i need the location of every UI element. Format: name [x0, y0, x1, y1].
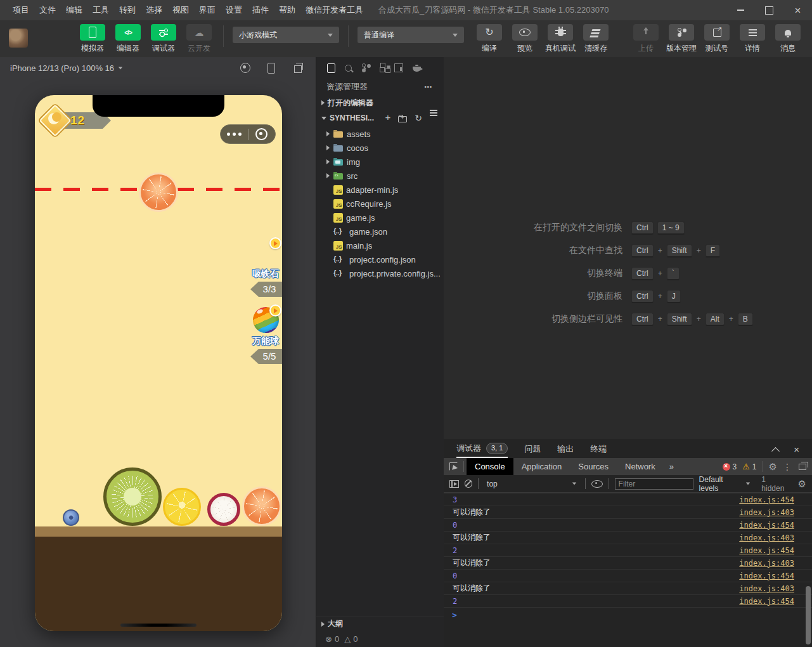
source-link[interactable]: index.js:454	[739, 572, 803, 580]
debugger-tab[interactable]: 调试器 3, 1	[456, 440, 508, 458]
toolbar-action-button[interactable]: 真机调试	[545, 24, 576, 54]
tree-item[interactable]: cocos	[316, 141, 444, 155]
debugger-tab[interactable]: 问题	[524, 440, 541, 458]
toolbar-view-button[interactable]: 模拟器	[77, 24, 108, 54]
toolbar-action-button[interactable]: 清缓存	[581, 24, 611, 54]
devtools-tab[interactable]: Sources	[570, 458, 617, 475]
kebab-menu-icon[interactable]: ⋮	[783, 462, 792, 472]
minimize-button[interactable]	[726, 0, 755, 20]
tree-item[interactable]: JS adapter-min.js	[316, 183, 444, 197]
debugger-tab[interactable]: 输出	[557, 440, 574, 458]
tree-item[interactable]: src	[316, 169, 444, 183]
menu-item[interactable]: 编辑	[61, 4, 87, 16]
console-prompt[interactable]: >	[444, 608, 812, 622]
files-icon[interactable]	[327, 63, 335, 73]
tree-item[interactable]: {..} game.json	[316, 225, 444, 239]
menu-item[interactable]: 插件	[247, 4, 274, 16]
menu-item[interactable]: 界面	[194, 4, 221, 16]
source-link[interactable]: index.js:403	[739, 533, 803, 542]
refresh-icon[interactable]: ↻	[415, 114, 422, 122]
toolbar-action-button[interactable]: 版本管理	[666, 24, 697, 54]
menu-item[interactable]: 转到	[114, 4, 141, 16]
tree-item[interactable]: JS ccRequire.js	[316, 197, 444, 211]
npm-icon[interactable]	[394, 63, 403, 72]
source-link[interactable]: index.js:454	[739, 495, 803, 504]
menu-item[interactable]: 帮助	[274, 4, 300, 16]
debugger-tab[interactable]: 终端	[590, 440, 607, 458]
console-settings-icon[interactable]: ⚙	[798, 479, 806, 488]
toolbar-view-button[interactable]: ☁ 云开发	[184, 24, 214, 54]
toolbar-action-button[interactable]: 上传	[631, 24, 661, 54]
tree-item[interactable]: img	[316, 155, 444, 169]
toolbar-action-button[interactable]: 测试号	[702, 24, 732, 54]
source-link[interactable]: index.js:454	[739, 546, 803, 555]
device-frame-icon[interactable]	[267, 63, 275, 74]
device-selector[interactable]: iPhone 12/13 (Pro) 100% 16	[10, 63, 114, 73]
dock-side-icon[interactable]	[799, 464, 806, 470]
source-control-icon[interactable]	[361, 63, 370, 72]
source-link[interactable]: index.js:403	[739, 584, 803, 593]
tree-item[interactable]: JS game.js	[316, 211, 444, 225]
more-tabs-icon[interactable]: »	[664, 462, 680, 471]
toolbar-view-button[interactable]: 调试器	[148, 24, 179, 54]
toolbar-view-button[interactable]: </> 编辑器	[113, 24, 143, 54]
chevron-up-icon[interactable]	[771, 447, 780, 455]
clear-console-icon[interactable]	[465, 480, 473, 488]
open-editors-section[interactable]: 打开的编辑器	[316, 95, 444, 110]
warning-counter[interactable]: ⚠ 1	[742, 462, 756, 471]
search-icon[interactable]	[345, 65, 352, 72]
close-button[interactable]: ×	[783, 0, 812, 20]
menu-item[interactable]: 项目	[8, 4, 34, 16]
source-link[interactable]: index.js:403	[739, 508, 803, 517]
toolbar-action-button[interactable]: 消息	[773, 24, 803, 54]
maximize-button[interactable]	[755, 0, 783, 20]
source-link[interactable]: index.js:454	[739, 521, 803, 530]
source-link[interactable]: index.js:454	[739, 597, 803, 606]
inspect-element-icon[interactable]	[449, 462, 458, 471]
project-section[interactable]: SYNTHESI... + ↻	[316, 110, 444, 126]
log-levels-select[interactable]: Default levels	[699, 475, 751, 493]
tea-icon[interactable]	[413, 67, 421, 72]
collapse-folders-icon[interactable]	[430, 110, 437, 111]
tree-item[interactable]: {..} project.private.config.js...	[316, 266, 444, 280]
game-prop[interactable]: 万能球 5/5	[249, 306, 282, 364]
error-counter[interactable]: 3	[723, 462, 737, 471]
console-sidebar-icon[interactable]	[449, 480, 459, 488]
game-screen[interactable]: 吸铁石 3/3 万能球 5/5 12	[35, 95, 282, 631]
devtools-tab[interactable]: Network	[617, 458, 664, 475]
menu-item[interactable]: 微信开发者工具	[300, 4, 368, 16]
toolbar-action-button[interactable]: 预览	[510, 24, 540, 54]
tree-item[interactable]: {..} project.config.json	[316, 252, 444, 266]
exit-button[interactable]	[248, 128, 276, 140]
menu-item[interactable]: 视图	[167, 4, 194, 16]
outline-section[interactable]: 大纲	[316, 617, 444, 631]
menu-item[interactable]: 文件	[34, 4, 61, 16]
more-actions-icon[interactable]: ⋯	[424, 82, 434, 92]
live-expression-icon[interactable]	[591, 480, 602, 488]
context-select[interactable]: top	[484, 478, 579, 490]
avatar[interactable]	[9, 29, 28, 48]
settings-gear-icon[interactable]: ⚙	[769, 462, 777, 471]
menu-item[interactable]: 选择	[141, 4, 167, 16]
game-prop[interactable]: 吸铁石 3/3	[249, 240, 282, 297]
scrollbar-thumb[interactable]	[806, 586, 811, 644]
record-icon[interactable]	[240, 63, 250, 73]
menu-item[interactable]: 设置	[221, 4, 247, 16]
detach-window-icon[interactable]	[294, 65, 302, 73]
console-filter-input[interactable]	[615, 478, 693, 490]
extensions-icon[interactable]	[380, 67, 385, 72]
close-panel-icon[interactable]: ×	[794, 445, 799, 454]
tree-item[interactable]: JS main.js	[316, 239, 444, 252]
more-menu-button[interactable]	[221, 133, 248, 136]
toolbar-action-button[interactable]: ↻ 编译	[474, 24, 505, 54]
compile-mode-select[interactable]: 普通编译	[358, 27, 464, 43]
menu-item[interactable]: 工具	[87, 4, 114, 16]
devtools-tab[interactable]: Application	[513, 458, 570, 475]
tree-item[interactable]: assets	[316, 127, 444, 141]
new-file-icon[interactable]: +	[385, 114, 391, 122]
toolbar-action-button[interactable]: 详情	[737, 24, 768, 54]
new-folder-icon[interactable]	[398, 116, 407, 122]
devtools-tab[interactable]: Console	[467, 458, 513, 475]
mode-select[interactable]: 小游戏模式	[233, 27, 339, 43]
source-link[interactable]: index.js:403	[739, 559, 803, 568]
